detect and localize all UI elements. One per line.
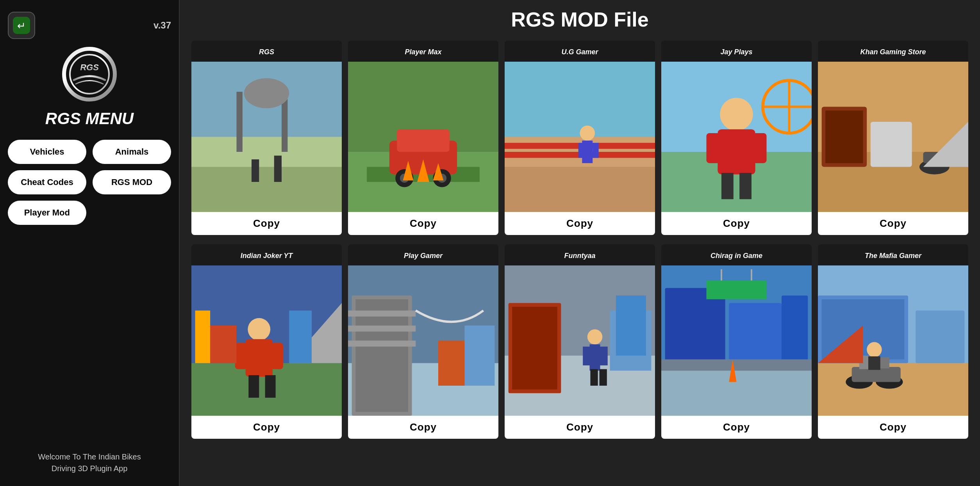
svg-rect-48 — [825, 110, 863, 163]
card-title-playgamer: Play Gamer — [402, 244, 445, 265]
scene-mafia — [818, 265, 968, 416]
svg-point-2 — [64, 49, 115, 100]
player-mod-button[interactable]: Player Mod — [8, 201, 86, 225]
svg-point-30 — [580, 126, 595, 141]
svg-rect-6 — [191, 159, 342, 212]
svg-rect-63 — [207, 326, 237, 363]
rgs-mod-button[interactable]: RGS MOD — [93, 170, 171, 194]
svg-rect-83 — [600, 369, 607, 386]
welcome-text: Welcome To The Indian Bikes Driving 3D P… — [38, 451, 141, 474]
copy-button-rgs[interactable]: Copy — [191, 212, 342, 235]
svg-rect-77 — [512, 307, 557, 390]
card-image-rgs — [191, 62, 342, 212]
card-image-khan — [818, 62, 968, 212]
svg-rect-72 — [438, 341, 468, 386]
svg-rect-89 — [729, 303, 782, 363]
svg-point-78 — [587, 329, 603, 345]
card-title-funntyaa: Funntyaa — [562, 244, 598, 265]
copy-button-jayplays[interactable]: Copy — [661, 212, 812, 235]
sidebar: ↵ v.37 RGS — [0, 0, 180, 486]
menu-buttons-grid: Vehicles Animals Cheat Codes RGS MOD — [8, 140, 171, 194]
svg-rect-59 — [248, 375, 259, 398]
svg-point-10 — [244, 78, 289, 108]
mod-card-chirag: Chirag in Game — [661, 244, 812, 439]
scene-khan — [818, 62, 968, 212]
card-title-mafia: The Mafia Gamer — [862, 244, 924, 265]
single-btn-row: Player Mod — [8, 201, 171, 231]
svg-rect-73 — [464, 326, 494, 386]
menu-title: RGS MENU — [45, 109, 134, 128]
mod-card-uggamer: U.G Gamer Copy — [505, 41, 655, 235]
cards-row-2: Indian Joker YT — [191, 244, 968, 439]
top-row: ↵ v.37 — [8, 12, 171, 39]
scene-playermax — [348, 62, 498, 212]
card-title-indianjoker: Indian Joker YT — [238, 244, 295, 265]
scene-jayplays — [661, 62, 812, 212]
svg-rect-82 — [590, 369, 598, 386]
scene-indianjoker — [191, 265, 342, 416]
copy-button-khan[interactable]: Copy — [818, 212, 968, 235]
cheat-codes-button[interactable]: Cheat Codes — [8, 170, 86, 194]
mod-card-rgs: RGS Copy — [191, 41, 342, 235]
svg-rect-33 — [593, 143, 598, 158]
main-title: RGS MOD File — [191, 8, 968, 31]
cards-row-1: RGS Copy Player Max — [191, 41, 968, 235]
svg-rect-32 — [578, 143, 584, 158]
copy-button-indianjoker[interactable]: Copy — [191, 416, 342, 439]
rgs-logo: RGS — [62, 47, 117, 101]
copy-button-playgamer[interactable]: Copy — [348, 416, 498, 439]
app-icon-svg: ↵ — [13, 17, 30, 34]
mod-card-mafia: The Mafia Gamer — [818, 244, 968, 439]
copy-button-mafia[interactable]: Copy — [818, 416, 968, 439]
card-title-khan: Khan Gaming Store — [858, 41, 928, 62]
scene-funntyaa — [505, 265, 655, 416]
card-image-uggamer — [505, 62, 655, 212]
svg-rect-60 — [265, 375, 276, 398]
svg-rect-11 — [252, 159, 259, 182]
card-title-chirag: Chirag in Game — [708, 244, 765, 265]
svg-rect-62 — [289, 311, 312, 363]
animals-button[interactable]: Animals — [93, 140, 171, 164]
copy-button-playermax[interactable]: Copy — [348, 212, 498, 235]
rgs-logo-container: RGS — [62, 47, 117, 101]
copy-button-uggamer[interactable]: Copy — [505, 212, 655, 235]
card-image-indianjoker — [191, 265, 342, 416]
svg-rect-38 — [707, 133, 720, 163]
svg-rect-81 — [599, 347, 608, 365]
svg-rect-80 — [583, 347, 592, 365]
svg-rect-87 — [661, 363, 812, 416]
svg-rect-107 — [868, 356, 880, 370]
svg-rect-26 — [505, 159, 655, 212]
svg-rect-17 — [397, 129, 450, 152]
vehicles-button[interactable]: Vehicles — [8, 140, 86, 164]
mod-card-khan: Khan Gaming Store Copy — [818, 41, 968, 235]
main-content: RGS MOD File RGS Copy Player — [180, 0, 980, 486]
svg-rect-69 — [348, 311, 416, 317]
card-image-chirag — [661, 265, 812, 416]
svg-rect-71 — [348, 341, 416, 347]
mod-card-funntyaa: Funntyaa — [505, 244, 655, 439]
svg-rect-7 — [191, 137, 342, 167]
app-icon: ↵ — [8, 12, 35, 39]
svg-rect-85 — [616, 296, 646, 356]
svg-rect-12 — [274, 156, 282, 182]
svg-point-3 — [70, 55, 109, 94]
card-image-jayplays — [661, 62, 812, 212]
mod-card-jayplays: Jay Plays Copy — [661, 41, 812, 235]
svg-text:↵: ↵ — [17, 20, 26, 32]
svg-rect-70 — [348, 326, 416, 331]
scene-uggamer — [505, 62, 655, 212]
card-image-playermax — [348, 62, 498, 212]
svg-rect-8 — [237, 92, 243, 152]
svg-rect-57 — [235, 343, 247, 369]
mod-card-playermax: Player Max — [348, 41, 498, 235]
card-image-playgamer — [348, 265, 498, 416]
svg-rect-39 — [753, 133, 767, 163]
svg-rect-56 — [246, 339, 273, 377]
copy-button-funntyaa[interactable]: Copy — [505, 416, 655, 439]
version-text: v.37 — [154, 20, 171, 31]
copy-button-chirag[interactable]: Copy — [661, 416, 812, 439]
svg-rect-100 — [916, 311, 964, 363]
svg-point-36 — [720, 98, 753, 131]
svg-text:RGS: RGS — [80, 62, 99, 72]
